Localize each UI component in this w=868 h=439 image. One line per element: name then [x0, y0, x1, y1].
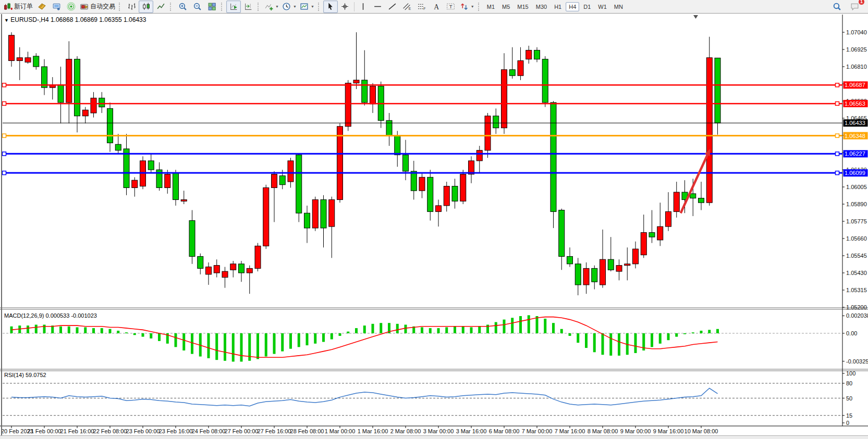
- trend-arrow-annotation[interactable]: [681, 149, 711, 213]
- time-tick-label: 24 Feb 08:00: [192, 428, 226, 434]
- candle-body: [427, 177, 433, 211]
- vertical-line-button[interactable]: [356, 1, 371, 13]
- candle-body: [214, 266, 219, 273]
- chart-shift-marker[interactable]: [693, 15, 698, 19]
- timeframe-mn-button[interactable]: MN: [611, 2, 626, 11]
- horizontal-line-button[interactable]: [371, 1, 385, 13]
- candle-body: [173, 173, 179, 200]
- candle-body: [362, 80, 368, 103]
- signals-button[interactable]: [64, 1, 78, 13]
- price-tick-label: 1.06005: [846, 184, 867, 190]
- timeframe-w1-button[interactable]: W1: [595, 2, 610, 11]
- timeframe-m1-button[interactable]: M1: [484, 2, 498, 11]
- market-watch-button[interactable]: [49, 1, 64, 13]
- trendline-button[interactable]: [385, 1, 400, 13]
- timeframe-h4-button[interactable]: H4: [566, 2, 579, 11]
- cursor-icon: [326, 2, 335, 11]
- time-tick-label: 21 Feb 00:00: [28, 428, 62, 434]
- candle-body: [625, 264, 630, 266]
- window-bottom-edge: [0, 435, 868, 439]
- candle-body: [509, 70, 515, 76]
- hline-1.06348[interactable]: [3, 134, 843, 137]
- crosshair-button[interactable]: [338, 1, 352, 13]
- hline-handle[interactable]: [836, 102, 839, 105]
- macd-axis: 0.0020380.00-0.003256: [842, 312, 868, 364]
- price-flag-1.06099: 1.06099: [843, 169, 868, 177]
- equidistant-channel-button[interactable]: E: [400, 1, 414, 13]
- trendline-icon: [388, 2, 397, 11]
- chart-shift-icon: [244, 2, 253, 11]
- hline-handle[interactable]: [3, 171, 6, 175]
- candlesticks[interactable]: [9, 32, 721, 295]
- periods-icon: [282, 2, 291, 11]
- hline-handle[interactable]: [3, 134, 6, 137]
- search-button[interactable]: [829, 1, 844, 13]
- candle-body: [476, 150, 482, 161]
- hline-handle[interactable]: [3, 102, 6, 105]
- candle-body: [715, 58, 720, 123]
- price-list-button[interactable]: [34, 1, 49, 13]
- candle-body: [452, 186, 458, 202]
- auto-scroll-button[interactable]: [226, 1, 241, 13]
- candle-body: [699, 198, 704, 203]
- candle-body: [649, 233, 655, 237]
- indicators-button[interactable]: ▼: [263, 1, 280, 13]
- svg-text:F: F: [424, 7, 426, 10]
- dropdown-caret-icon[interactable]: ▼: [311, 5, 314, 8]
- timeframe-m30-button[interactable]: M30: [533, 2, 550, 11]
- arrows-button[interactable]: ▼: [458, 1, 476, 13]
- svg-text:100: 100: [846, 370, 855, 377]
- bar-chart-button[interactable]: [124, 1, 139, 13]
- timeframe-d1-button[interactable]: D1: [580, 2, 594, 11]
- fibonacci-button[interactable]: F: [414, 1, 429, 13]
- candle-body: [132, 180, 138, 187]
- candle-body: [272, 174, 277, 188]
- hline-handle[interactable]: [836, 171, 839, 175]
- dropdown-caret-icon[interactable]: ▼: [293, 5, 297, 8]
- candle-body: [608, 259, 614, 270]
- timeframe-m15-button[interactable]: M15: [514, 2, 531, 11]
- candle-body: [329, 199, 335, 227]
- new-order-button-label: 新订单: [14, 2, 33, 11]
- candle-body: [690, 194, 696, 198]
- candle-body: [674, 192, 679, 211]
- candle-body: [353, 80, 359, 83]
- price-tick-label: 1.05430: [846, 270, 867, 276]
- zoom-in-button[interactable]: [175, 1, 190, 13]
- svg-text:50: 50: [846, 395, 852, 402]
- hline-handle[interactable]: [3, 83, 6, 87]
- dropdown-caret-icon[interactable]: ▼: [471, 5, 474, 8]
- hline-handle[interactable]: [836, 83, 839, 87]
- templates-button[interactable]: ▼: [298, 1, 316, 13]
- cursor-button[interactable]: [323, 1, 338, 13]
- periods-button[interactable]: ▼: [280, 1, 298, 13]
- zoom-out-button[interactable]: [190, 1, 204, 13]
- candlestick-button[interactable]: [139, 1, 153, 13]
- time-tick-label: 7 Mar 00:00: [522, 428, 553, 434]
- svg-text:-0.003256: -0.003256: [846, 358, 868, 365]
- hline-handle[interactable]: [3, 152, 6, 156]
- timeframe-h1-button[interactable]: H1: [551, 2, 565, 11]
- chart-window[interactable]: 1.070401.069251.068101.066951.065801.064…: [0, 14, 868, 435]
- chart-shift-button[interactable]: [241, 1, 255, 13]
- chart-canvas[interactable]: 1.070401.069251.068101.066951.065801.064…: [0, 14, 868, 435]
- candle-body: [567, 256, 573, 264]
- tile-windows-button[interactable]: [204, 1, 219, 13]
- candle-body: [444, 186, 449, 206]
- hline-handle[interactable]: [836, 152, 839, 156]
- candle-body: [321, 199, 326, 228]
- svg-text:E: E: [409, 7, 411, 10]
- price-tick-label: 1.06925: [846, 46, 867, 53]
- new-order-button[interactable]: 新订单: [2, 1, 34, 13]
- chart-symbol-dropdown-icon[interactable]: ▼: [4, 18, 9, 23]
- time-tick-label: 27 Feb 16:00: [258, 428, 291, 434]
- timeframe-m5-button[interactable]: M5: [499, 2, 513, 11]
- line-chart-button[interactable]: [153, 1, 168, 13]
- hline-handle[interactable]: [836, 134, 839, 137]
- text-label-button[interactable]: T: [444, 1, 458, 13]
- notifications-button[interactable]: 1: [847, 1, 862, 13]
- text-button[interactable]: A: [429, 1, 444, 13]
- dropdown-caret-icon[interactable]: ▼: [275, 5, 279, 8]
- candle-body: [75, 59, 80, 116]
- autotrading-button[interactable]: 自动交易: [78, 1, 117, 13]
